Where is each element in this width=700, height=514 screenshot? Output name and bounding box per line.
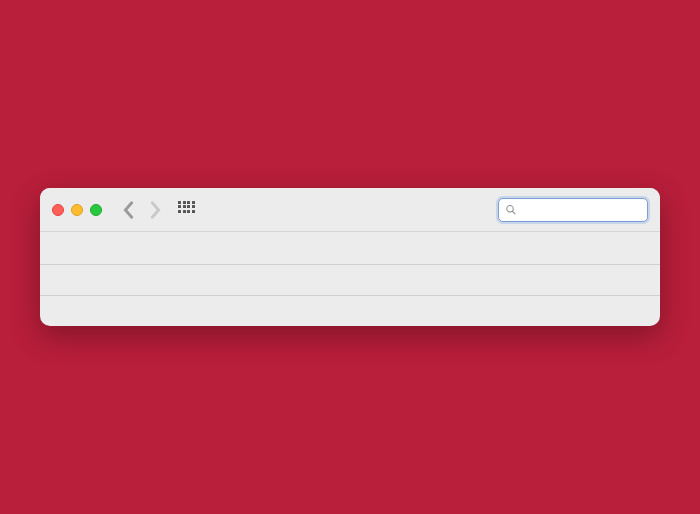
- search-icon: [505, 203, 517, 216]
- search-input[interactable]: [521, 203, 641, 217]
- close-window-button[interactable]: [52, 204, 64, 216]
- forward-button[interactable]: [146, 201, 164, 219]
- system-preferences-window: [40, 188, 660, 326]
- back-button[interactable]: [120, 201, 138, 219]
- prefs-section-1: [40, 265, 660, 296]
- prefs-section-2: [40, 296, 660, 326]
- show-all-icon[interactable]: [178, 201, 196, 219]
- zoom-window-button[interactable]: [90, 204, 102, 216]
- account-row: [40, 232, 660, 265]
- titlebar: [40, 188, 660, 232]
- minimize-window-button[interactable]: [71, 204, 83, 216]
- search-field[interactable]: [498, 198, 648, 222]
- window-controls: [52, 204, 102, 216]
- svg-line-1: [513, 211, 516, 214]
